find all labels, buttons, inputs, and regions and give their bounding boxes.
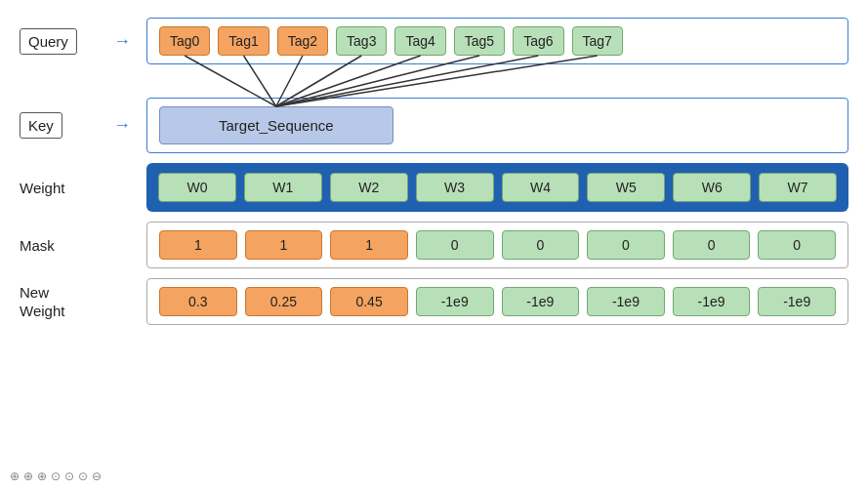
mask-value-2: 1 (330, 230, 408, 260)
query-label: Query (20, 28, 98, 55)
query-row: Query → Tag0Tag1Tag2Tag3Tag4Tag5Tag6Tag7 (20, 18, 848, 64)
tag-6: Tag6 (513, 26, 563, 56)
svg-line-7 (276, 56, 598, 106)
mask-value-4: 0 (502, 230, 580, 260)
new-weight-value-4: -1e9 (502, 287, 580, 316)
bottom-icon-4: ⊙ (51, 469, 61, 483)
mask-label: Mask (20, 237, 98, 254)
query-label-box: Query (20, 28, 77, 55)
tag-3: Tag3 (336, 26, 387, 56)
new-weight-value-3: -1e9 (416, 287, 494, 316)
key-label-box: Key (20, 112, 62, 139)
tag-2: Tag2 (277, 26, 328, 56)
new-weight-outer-box: 0.30.250.45-1e9-1e9-1e9-1e9-1e9 (146, 278, 848, 325)
mask-value-7: 0 (758, 230, 836, 260)
bottom-icon-2: ⊕ (23, 469, 33, 483)
mask-value-0: 1 (159, 230, 237, 260)
weight-outer-box: W0W1W2W3W4W5W6W7 (146, 163, 848, 212)
target-sequence-box: Target_Sequence (159, 106, 393, 144)
mask-outer-box: 11100000 (146, 222, 848, 268)
weight-3: W3 (416, 173, 494, 202)
query-outer-box: Tag0Tag1Tag2Tag3Tag4Tag5Tag6Tag7 (146, 18, 848, 64)
mask-row: Mask 11100000 (20, 222, 848, 268)
mask-value-6: 0 (673, 230, 751, 260)
tag-5: Tag5 (454, 26, 505, 56)
new-weight-value-0: 0.3 (159, 287, 237, 316)
mask-value-3: 0 (416, 230, 494, 260)
tag-7: Tag7 (572, 26, 623, 56)
new-weight-value-6: -1e9 (673, 287, 751, 316)
svg-line-5 (276, 56, 479, 106)
weight-0: W0 (158, 173, 236, 202)
query-arrow: → (107, 31, 137, 52)
key-label: Key (20, 112, 98, 139)
bottom-bar: ⊕ ⊕ ⊕ ⊙ ⊙ ⊙ ⊖ (10, 469, 102, 483)
new-weight-value-2: 0.45 (330, 287, 408, 316)
weight-row: Weight W0W1W2W3W4W5W6W7 (20, 163, 848, 212)
connector-area (20, 70, 848, 102)
weight-1: W1 (244, 173, 322, 202)
tag-1: Tag1 (218, 26, 269, 56)
bottom-icon-3: ⊕ (37, 469, 47, 483)
new-weight-label: New Weight (20, 283, 98, 321)
bottom-icon-1: ⊕ (10, 469, 20, 483)
weight-4: W4 (502, 173, 580, 202)
bottom-icon-5: ⊙ (64, 469, 74, 483)
new-weight-value-7: -1e9 (758, 287, 836, 316)
tag-4: Tag4 (394, 26, 445, 56)
new-weight-value-5: -1e9 (587, 287, 665, 316)
mask-value-5: 0 (587, 230, 665, 260)
new-weight-value-1: 0.25 (245, 287, 323, 316)
weight-5: W5 (587, 173, 665, 202)
svg-line-0 (185, 56, 276, 106)
weight-2: W2 (330, 173, 408, 202)
mask-value-1: 1 (245, 230, 323, 260)
tag-0: Tag0 (159, 26, 210, 56)
svg-line-1 (244, 56, 276, 106)
key-arrow: → (107, 115, 137, 136)
bottom-icon-6: ⊙ (78, 469, 88, 483)
new-weight-row: New Weight 0.30.250.45-1e9-1e9-1e9-1e9-1… (20, 278, 848, 325)
weight-6: W6 (673, 173, 751, 202)
connector-lines (20, 62, 868, 111)
bottom-icon-7: ⊖ (92, 469, 102, 483)
weight-7: W7 (759, 173, 837, 202)
svg-line-6 (276, 56, 539, 106)
weight-label: Weight (20, 180, 98, 196)
